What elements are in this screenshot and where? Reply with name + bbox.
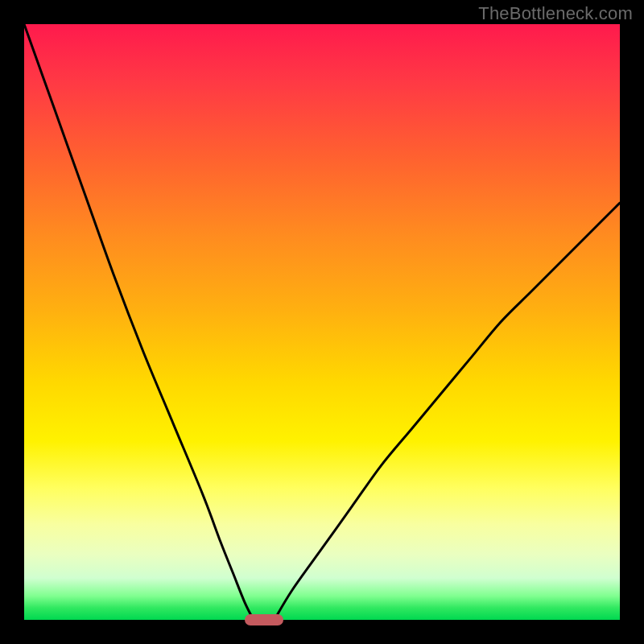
curve-right-branch — [275, 203, 620, 620]
watermark-text: TheBottleneck.com — [478, 3, 633, 24]
curve-left-branch — [24, 24, 254, 620]
outer-frame: TheBottleneck.com — [0, 0, 644, 644]
curve-layer — [24, 24, 620, 620]
optimal-range-marker — [245, 614, 283, 625]
plot-area — [24, 24, 620, 620]
